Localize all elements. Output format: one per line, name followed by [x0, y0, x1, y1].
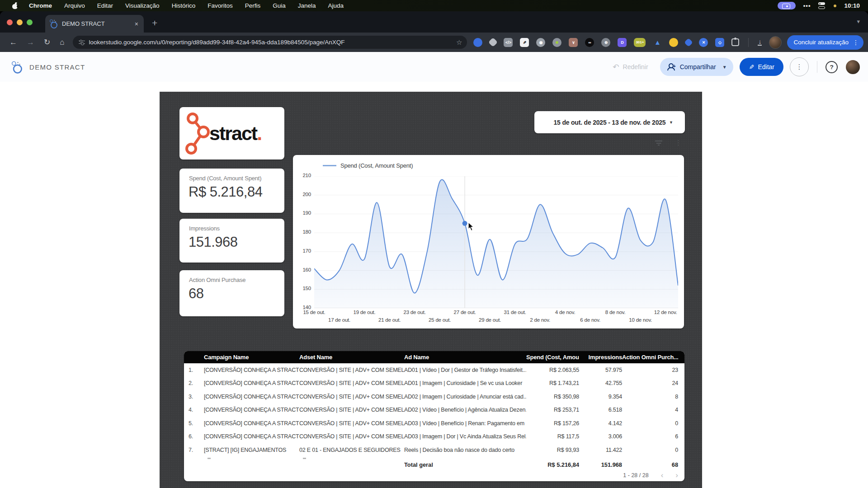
- header-spend-sorted[interactable]: Spend (Cost, Amount...▼: [526, 354, 579, 361]
- extensions-row: </> ✎ ◉ ∨ ∞ ⊕ D 301+ ▲ ✕ ◇ ↓: [473, 36, 782, 49]
- table-row[interactable]: 1.[CONVERSÃO] CONHEÇA A STRACT 3.0CONVER…: [184, 363, 684, 377]
- table-row[interactable]: 7.[STRACT] [IG] ENGAJAMENTOS02 E 01 - EN…: [184, 443, 684, 457]
- menubar-overflow-icon[interactable]: •••: [803, 2, 811, 9]
- edit-button[interactable]: ✎Editar: [740, 58, 783, 76]
- next-page-icon[interactable]: ›: [675, 471, 678, 479]
- extension-icon-triangle[interactable]: ▲: [653, 38, 662, 47]
- share-button[interactable]: + Compartilhar ▼: [660, 58, 733, 76]
- menu-arquivo[interactable]: Arquivo: [64, 2, 85, 9]
- table-row[interactable]: 3.[CONVERSÃO] CONHEÇA A STRACT 3.0CONVER…: [184, 390, 684, 404]
- extension-icon-globe[interactable]: ⊕: [601, 38, 610, 47]
- menu-perfis[interactable]: Perfis: [245, 2, 261, 9]
- bookmark-star-icon[interactable]: ☆: [456, 38, 462, 47]
- header-adset[interactable]: Adset Name: [299, 354, 404, 361]
- menu-ajuda[interactable]: Ajuda: [328, 2, 344, 9]
- header-impressions[interactable]: Impressions: [579, 354, 622, 361]
- menu-visualizacao[interactable]: Visualização: [125, 2, 160, 9]
- axis-label: 150: [296, 286, 311, 291]
- home-button[interactable]: ⌂: [60, 38, 64, 47]
- reload-button[interactable]: ↻: [44, 38, 50, 47]
- table-row[interactable]: 4.[CONVERSÃO] CONHEÇA A STRACT 3.0CONVER…: [184, 404, 684, 417]
- chrome-menu-dots-icon[interactable]: ⋮: [853, 39, 859, 46]
- back-button[interactable]: ←: [9, 38, 17, 47]
- looker-studio-logo[interactable]: [12, 61, 22, 73]
- forward-button[interactable]: →: [27, 38, 34, 47]
- menubar-clock[interactable]: 10:10: [844, 2, 860, 9]
- axis-label: 200: [296, 192, 311, 197]
- date-range-control[interactable]: 15 de out. de 2025 - 13 de nov. de 2025 …: [534, 111, 685, 133]
- extension-icon-d[interactable]: D: [618, 38, 627, 47]
- header-ad[interactable]: Ad Name: [404, 354, 526, 361]
- control-center-icon[interactable]: [818, 2, 826, 9]
- menu-favoritos[interactable]: Favoritos: [208, 2, 233, 9]
- screen: Chrome Arquivo Editar Visualização Histó…: [0, 0, 868, 488]
- extension-icon-map[interactable]: [488, 38, 498, 47]
- filter-icon[interactable]: [655, 141, 662, 146]
- axis-label: 170: [296, 248, 311, 253]
- table-row[interactable]: 2.[CONVERSÃO] CONHEÇA A STRACT 3.0CONVER…: [184, 377, 684, 390]
- total-impressions: 151.968: [579, 461, 622, 468]
- stract-logo-card: stract.: [179, 107, 284, 160]
- apple-menu-icon[interactable]: [12, 2, 18, 9]
- pencil-icon: ✎: [748, 64, 755, 70]
- table-row[interactable]: 5.[CONVERSÃO] CONHEÇA A STRACT 3.0CONVER…: [184, 417, 684, 430]
- chart-more-icon[interactable]: ⋮: [675, 139, 682, 147]
- help-button[interactable]: ?: [826, 61, 838, 73]
- share-dropdown-caret-icon[interactable]: ▼: [722, 65, 727, 70]
- url-text[interactable]: lookerstudio.google.com/u/0/reporting/d8…: [89, 39, 456, 46]
- extension-icon-tag[interactable]: [473, 38, 482, 47]
- tab-search-chevron-icon[interactable]: ▾: [857, 18, 860, 25]
- tab-demo-stract[interactable]: DEMO STRACT ×: [45, 15, 144, 33]
- browser-profile-avatar[interactable]: [769, 36, 782, 49]
- tab-strip: DEMO STRACT × + ▾: [0, 11, 868, 33]
- extension-icon-badge[interactable]: 301+: [634, 38, 646, 47]
- more-options-button[interactable]: ⋮: [790, 57, 809, 76]
- tab-close-icon[interactable]: ×: [135, 20, 138, 28]
- edit-label: Editar: [758, 63, 774, 70]
- downloads-icon[interactable]: ↓: [758, 39, 762, 46]
- report-title[interactable]: DEMO STRACT: [29, 63, 85, 71]
- menu-guia[interactable]: Guia: [273, 2, 286, 9]
- header-actions[interactable]: Action Omni Purch...: [622, 354, 678, 361]
- screen-recording-indicator[interactable]: [778, 2, 796, 9]
- chrome-update-button[interactable]: Concluir atualização ⋮: [787, 35, 863, 50]
- site-info-icon[interactable]: [79, 40, 85, 45]
- maximize-window-button[interactable]: [27, 19, 33, 25]
- axis-label: 8 de nov.: [605, 310, 626, 315]
- scorecard-label: Action Omni Purchase: [189, 277, 245, 283]
- report-canvas: stract. 15 de out. de 2025 - 13 de nov. …: [160, 92, 702, 488]
- extension-icon-tag2[interactable]: [684, 38, 693, 47]
- extension-icon-pocket[interactable]: ∨: [569, 38, 578, 47]
- menu-historico[interactable]: Histórico: [172, 2, 196, 9]
- account-avatar[interactable]: [846, 60, 860, 74]
- extension-icon-camera[interactable]: ◉: [536, 38, 545, 47]
- menu-janela[interactable]: Janela: [298, 2, 316, 9]
- menu-chrome[interactable]: Chrome: [29, 2, 52, 9]
- report-viewport: stract. 15 de out. de 2025 - 13 de nov. …: [0, 82, 868, 488]
- chart-plot-svg[interactable]: [314, 176, 678, 308]
- close-window-button[interactable]: [7, 19, 13, 25]
- extension-icon-bug[interactable]: ✕: [699, 38, 708, 47]
- new-tab-button[interactable]: +: [152, 18, 157, 28]
- prev-page-icon[interactable]: ‹: [661, 471, 664, 479]
- pagination-range: 1 - 28 / 28: [623, 472, 648, 479]
- menu-editar[interactable]: Editar: [97, 2, 113, 9]
- looker-header: DEMO STRACT ↶Redefinir + Compartilhar ▼ …: [0, 52, 868, 82]
- axis-label: 180: [296, 229, 311, 235]
- extension-icon-infinity[interactable]: ∞: [585, 38, 594, 47]
- extension-icon-duck[interactable]: [669, 38, 678, 47]
- total-actions: 68: [622, 461, 678, 468]
- header-campaign[interactable]: Campaign Name: [204, 354, 299, 361]
- extension-icon-label[interactable]: ◇: [715, 38, 724, 47]
- minimize-window-button[interactable]: [17, 19, 23, 25]
- axis-label: 4 de nov.: [555, 310, 576, 315]
- hover-dot: [462, 221, 467, 226]
- reset-button[interactable]: ↶Redefinir: [613, 62, 648, 72]
- url-bar[interactable]: lookerstudio.google.com/u/0/reporting/d8…: [73, 36, 467, 49]
- axis-label: 10 de nov.: [629, 317, 652, 323]
- table-row[interactable]: 6.[CONVERSÃO] CONHEÇA A STRACT 3.0CONVER…: [184, 430, 684, 444]
- extension-icon-code[interactable]: </>: [504, 38, 513, 47]
- extension-icon-key[interactable]: [552, 38, 561, 47]
- extensions-puzzle-icon[interactable]: [731, 38, 739, 46]
- extension-icon-pen[interactable]: ✎: [520, 38, 529, 47]
